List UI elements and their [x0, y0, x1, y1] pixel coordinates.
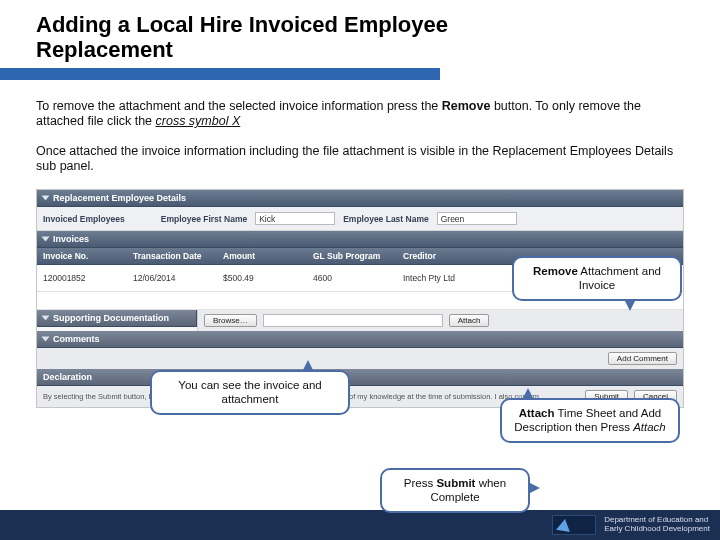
callout-submit-bold: Submit: [436, 477, 475, 489]
browse-button[interactable]: Browse…: [204, 314, 257, 327]
paragraph-2: Once attached the invoice information in…: [36, 144, 684, 175]
comments-row: Add Comment: [37, 348, 683, 369]
description-field[interactable]: [263, 314, 443, 327]
body-copy: To remove the attachment and the selecte…: [36, 99, 684, 176]
section-declaration[interactable]: Declaration: [37, 369, 683, 386]
footer-line-2: Early Childhood Development: [604, 525, 710, 534]
attach-button[interactable]: Attach: [449, 314, 490, 327]
col-amount: Amount: [217, 248, 307, 264]
p1-part-a: To remove the attachment and the selecte…: [36, 99, 442, 113]
callout-attach-ital: Attach: [633, 421, 666, 433]
page-title: Adding a Local Hire Invoiced Employee Re…: [36, 12, 684, 63]
cell-transaction-date: 12/06/2014: [127, 270, 217, 286]
callout-remove-text: Attachment and Invoice: [578, 265, 661, 291]
p1-remove-bold: Remove: [442, 99, 491, 113]
cell-amount: $500.49: [217, 270, 307, 286]
col-gl-sub-program: GL Sub Program: [307, 248, 397, 264]
callout-remove-bold: Remove: [533, 265, 578, 277]
section-comments[interactable]: Comments: [37, 331, 683, 348]
chevron-down-icon: [42, 196, 50, 201]
footer-dept-text: Department of Education and Early Childh…: [604, 516, 710, 534]
section-label: Invoices: [53, 234, 89, 244]
section-label: Replacement Employee Details: [53, 193, 186, 203]
callout-attach: Attach Time Sheet and Add Description th…: [500, 398, 680, 443]
chevron-down-icon: [42, 337, 50, 342]
paragraph-1: To remove the attachment and the selecte…: [36, 99, 684, 130]
callout-invoice-text: You can see the invoice and attachment: [178, 379, 321, 405]
cell-invoice-no: 120001852: [37, 270, 127, 286]
section-supporting-docs[interactable]: Supporting Documentation: [37, 310, 197, 327]
invoiced-employees-label: Invoiced Employees: [43, 214, 125, 224]
callout-invoice-visible: You can see the invoice and attachment: [150, 370, 350, 415]
title-line-2: Replacement: [36, 37, 173, 62]
section-replacement-details[interactable]: Replacement Employee Details: [37, 190, 683, 207]
p1-cross-italic: cross symbol X: [156, 114, 241, 128]
footer: Department of Education and Early Childh…: [0, 510, 720, 540]
callout-remove: Remove Attachment and Invoice: [512, 256, 682, 301]
callout-attach-bold1: Attach: [519, 407, 555, 419]
col-transaction-date: Transaction Date: [127, 248, 217, 264]
chevron-down-icon: [42, 316, 50, 321]
cell-gl: 4600: [307, 270, 397, 286]
section-label: Declaration: [43, 372, 92, 382]
last-name-field[interactable]: Green: [437, 212, 517, 225]
chevron-down-icon: [42, 237, 50, 242]
section-invoices[interactable]: Invoices: [37, 231, 683, 248]
callout-submit: Press Submit when Complete: [380, 468, 530, 513]
col-invoice-no: Invoice No.: [37, 248, 127, 264]
section-label: Supporting Documentation: [53, 313, 169, 323]
supporting-doc-row: Browse… Attach: [197, 310, 683, 331]
title-line-1: Adding a Local Hire Invoiced Employee: [36, 12, 448, 37]
add-comment-button[interactable]: Add Comment: [608, 352, 677, 365]
employee-row: Invoiced Employees Employee First Name K…: [37, 207, 683, 231]
victoria-logo-icon: [552, 515, 596, 535]
first-name-label: Employee First Name: [161, 214, 247, 224]
section-label: Comments: [53, 334, 100, 344]
callout-submit-a: Press: [404, 477, 437, 489]
title-accent-bar: [0, 68, 440, 80]
first-name-field[interactable]: Kick: [255, 212, 335, 225]
last-name-label: Employee Last Name: [343, 214, 429, 224]
